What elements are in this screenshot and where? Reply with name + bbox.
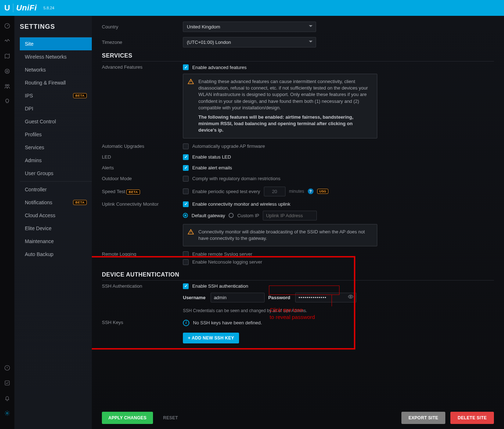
adv-features-check-label: Enable advanced features — [192, 65, 247, 70]
ssh-check-label: Enable SSH authentication — [192, 283, 248, 289]
sidebar-item-controller[interactable]: Controller — [20, 183, 92, 196]
svg-point-7 — [6, 412, 8, 414]
timezone-select[interactable]: (UTC+01:00) London — [183, 37, 316, 47]
icon-rail — [0, 16, 14, 429]
sidebar-item-admins[interactable]: Admins — [20, 154, 92, 167]
uplink-warning: Connectivity monitor will disable broadc… — [183, 224, 377, 246]
ssh-keys-label: SSH Keys — [102, 320, 183, 325]
adv-features-warning: Enabling these advanced features can cau… — [183, 74, 377, 138]
warning-icon — [188, 78, 194, 85]
uplink-default-radio[interactable] — [183, 213, 188, 218]
speedtest-label: Speed Test BETA — [102, 189, 183, 194]
svg-point-4 — [8, 85, 9, 86]
ssh-checkbox[interactable] — [183, 283, 189, 289]
speedtest-interval-input[interactable] — [264, 187, 285, 196]
ssh-username-input[interactable] — [211, 293, 265, 302]
map-icon[interactable] — [4, 53, 11, 60]
uplink-custom-label: Custom IP — [237, 213, 259, 218]
ssh-hint: SSH Credentials can be seen and changed … — [183, 308, 307, 313]
outdoor-label: Outdoor Mode — [102, 176, 183, 181]
uplink-check-label: Enable connectivity monitor and wireless… — [192, 201, 290, 207]
sidebar-item-guest-control[interactable]: Guest Control — [20, 115, 92, 128]
uplink-label: Uplink Connectivity Monitor — [102, 201, 183, 207]
dashboard-icon[interactable] — [4, 22, 11, 29]
sidebar-item-wireless-networks[interactable]: Wireless Networks — [20, 50, 92, 63]
netconsole-label: Enable Netconsole logging server — [192, 259, 262, 265]
version-text: 5.8.24 — [43, 6, 54, 10]
main-content: Country United Kingdom Timezone (UTC+01:… — [92, 16, 504, 429]
led-label: LED — [102, 154, 183, 160]
country-select[interactable]: United Kingdom — [183, 22, 316, 32]
ssh-keys-empty: No SSH keys have been defined. — [193, 320, 262, 325]
ssh-password-input[interactable] — [295, 293, 356, 302]
apply-changes-button[interactable]: APPLY CHANGES — [102, 412, 153, 424]
uplink-ip-input — [263, 211, 317, 220]
export-site-button[interactable]: EXPORT SITE — [401, 412, 446, 424]
speedtest-unit: minutes — [289, 189, 304, 194]
reveal-password-eye-icon[interactable] — [348, 294, 354, 301]
alerts-check-icon[interactable] — [4, 379, 11, 387]
led-check-label: Enable status LED — [192, 154, 231, 160]
alerts-check-label: Enable alert emails — [192, 165, 232, 170]
settings-gear-icon[interactable] — [4, 410, 11, 417]
brand-text: UniFi — [16, 3, 37, 13]
warning-icon — [188, 229, 194, 235]
svg-point-1 — [6, 70, 8, 72]
top-bar: U UniFi 5.8.24 — [0, 0, 504, 16]
led-checkbox[interactable] — [183, 154, 189, 160]
country-label: Country — [102, 24, 183, 29]
sidebar-item-routing-firewall[interactable]: Routing & Firewall — [20, 76, 92, 89]
timezone-label: Timezone — [102, 40, 183, 45]
statistics-icon[interactable] — [4, 37, 11, 45]
ssh-username-label: Username — [183, 295, 206, 300]
events-icon[interactable] — [4, 364, 11, 371]
outdoor-check-label: Comply with regulatory domain restrictio… — [192, 176, 280, 181]
services-heading: SERVICES — [102, 53, 494, 61]
uplink-checkbox[interactable] — [183, 201, 189, 207]
sidebar-item-ips[interactable]: IPSBETA — [20, 89, 92, 102]
speedtest-checkbox[interactable] — [183, 188, 189, 194]
usg-badge: USG — [317, 189, 329, 194]
devices-icon[interactable] — [4, 68, 11, 75]
ssh-auth-label: SSH Authentication — [102, 283, 183, 289]
sidebar-item-site[interactable]: Site — [20, 37, 92, 50]
svg-point-2 — [5, 69, 9, 73]
insights-icon[interactable] — [4, 98, 11, 105]
alerts-checkbox[interactable] — [183, 165, 189, 171]
netconsole-checkbox[interactable] — [183, 259, 189, 265]
sidebar-item-services[interactable]: Services — [20, 141, 92, 154]
sidebar-item-dpi[interactable]: DPI — [20, 102, 92, 115]
sidebar-item-cloud-access[interactable]: Cloud Access — [20, 209, 92, 222]
outdoor-checkbox[interactable] — [183, 176, 189, 182]
sidebar-item-notifications[interactable]: NotificationsBETA — [20, 196, 92, 209]
clients-icon[interactable] — [4, 83, 11, 90]
sidebar-item-networks[interactable]: Networks — [20, 63, 92, 76]
brand-logo: U UniFi 5.8.24 — [4, 3, 54, 13]
device-auth-heading: DEVICE AUTHENTICATION — [102, 271, 494, 280]
delete-site-button[interactable]: DELETE SITE — [450, 412, 494, 424]
u-logo-icon: U — [4, 3, 10, 13]
sidebar-item-profiles[interactable]: Profiles — [20, 128, 92, 141]
help-icon[interactable]: ? — [308, 188, 314, 194]
adv-features-checkbox[interactable] — [183, 64, 189, 70]
svg-point-3 — [5, 85, 7, 86]
add-ssh-key-button[interactable]: + ADD NEW SSH KEY — [183, 333, 239, 343]
info-icon: i — [183, 320, 189, 326]
sidebar-item-elite-device[interactable]: Elite Device — [20, 222, 92, 235]
alerts-label: Alerts — [102, 165, 183, 170]
auto-upgrade-checkbox[interactable] — [183, 143, 189, 149]
syslog-checkbox[interactable] — [183, 251, 189, 257]
sidebar-item-user-groups[interactable]: User Groups — [20, 167, 92, 180]
auto-upgrade-check-label: Automatically upgrade AP firmware — [192, 143, 265, 149]
sidebar-item-maintenance[interactable]: Maintenance — [20, 235, 92, 248]
reset-button[interactable]: RESET — [158, 412, 183, 423]
remote-logging-label: Remote Logging — [102, 251, 183, 257]
svg-point-8 — [350, 296, 351, 297]
notify-bell-icon[interactable] — [4, 394, 11, 402]
settings-sidebar: SETTINGS SiteWireless NetworksNetworksRo… — [14, 16, 92, 429]
uplink-custom-radio[interactable] — [229, 213, 234, 218]
footer-bar: APPLY CHANGES RESET EXPORT SITE DELETE S… — [92, 407, 504, 429]
settings-title: SETTINGS — [20, 23, 92, 31]
syslog-label: Enable remote Syslog server — [192, 251, 252, 257]
sidebar-item-auto-backup[interactable]: Auto Backup — [20, 248, 92, 261]
